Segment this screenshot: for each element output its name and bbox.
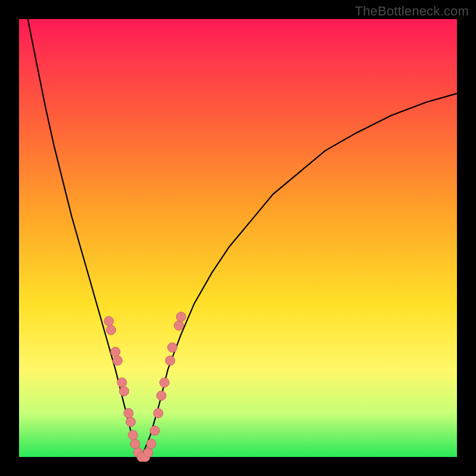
- highlight-marker: [130, 439, 140, 449]
- highlight-marker: [143, 448, 153, 458]
- highlight-marker: [128, 430, 137, 440]
- highlight-marker: [146, 439, 156, 449]
- chart-overlay: [19, 19, 457, 457]
- highlight-marker: [150, 426, 159, 436]
- highlight-marker: [104, 317, 114, 326]
- highlight-marker: [107, 325, 116, 335]
- highlight-marker: [154, 408, 163, 418]
- highlight-marker: [156, 391, 166, 400]
- highlight-marker: [124, 408, 133, 418]
- highlight-marker: [117, 378, 127, 387]
- highlight-marker: [176, 312, 186, 322]
- watermark-text: TheBottleneck.com: [355, 4, 469, 19]
- highlight-marker: [174, 321, 184, 330]
- marker-group: [104, 312, 186, 462]
- highlight-marker: [113, 356, 123, 365]
- plot-area: [19, 19, 457, 457]
- highlight-marker: [120, 387, 129, 396]
- highlight-marker: [159, 378, 169, 387]
- highlight-marker: [126, 417, 136, 427]
- highlight-marker: [111, 347, 120, 356]
- highlight-marker: [165, 356, 175, 365]
- highlight-marker: [168, 343, 177, 352]
- chart-stage: TheBottleneck.com: [0, 0, 476, 476]
- right-curve-path: [142, 93, 457, 457]
